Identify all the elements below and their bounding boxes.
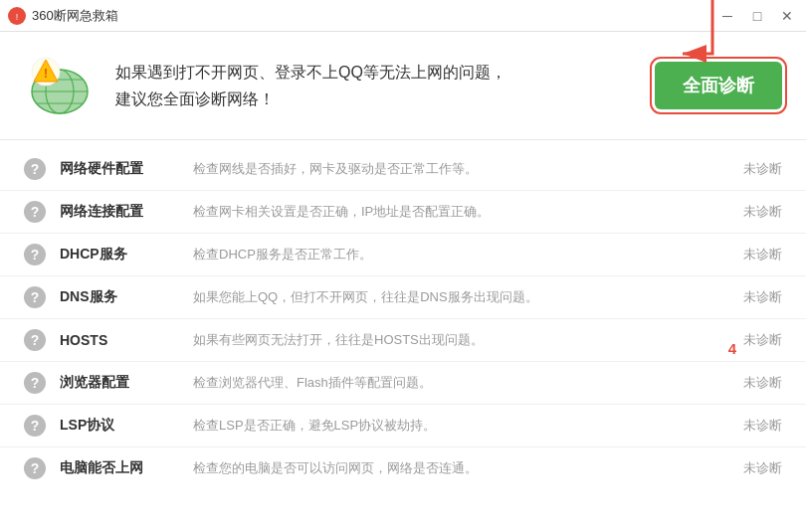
annotation-4: 4 [728,340,736,357]
item-status: 未诊断 [722,459,782,477]
item-desc: 检查网线是否插好，网卡及驱动是否正常工作等。 [193,160,708,178]
item-status-icon: ? [24,415,46,437]
item-desc: 检查您的电脑是否可以访问网页，网络是否连通。 [193,459,708,477]
list-item: ? 网络硬件配置 检查网线是否插好，网卡及驱动是否正常工作等。 未诊断 [0,148,806,191]
item-status-icon: ? [24,201,46,223]
item-status: 未诊断 [722,288,782,306]
item-name: DHCP服务 [60,246,179,264]
item-name: HOSTS [60,332,179,348]
svg-text:!: ! [44,67,48,81]
item-desc: 检查浏览器代理、Flash插件等配置问题。 [193,374,708,392]
header-text: 如果遇到打不开网页、登录不上QQ等无法上网的问题， 建议您全面诊断网络！ [115,59,506,112]
item-name: 浏览器配置 [60,374,179,392]
svg-text:!: ! [16,12,19,22]
list-item: ? DHCP服务 检查DHCP服务是否正常工作。 未诊断 [0,234,806,276]
diagnose-area: 全面诊断 [655,62,782,109]
item-name: 电脑能否上网 [60,459,179,477]
item-status: 未诊断 [722,417,782,435]
list-item: ? 浏览器配置 检查浏览器代理、Flash插件等配置问题。 未诊断 [0,362,806,405]
item-status: 未诊断 [722,374,782,392]
header-icon-wrap: ! [24,50,96,121]
item-status-icon: ? [24,457,46,479]
header-banner: ! 如果遇到打不开网页、登录不上QQ等无法上网的问题， 建议您全面诊断网络！ 全 [0,32,806,140]
app-icon: ! [8,7,26,25]
list-item: ? 网络连接配置 检查网卡相关设置是否正确，IP地址是否配置正确。 未诊断 [0,191,806,234]
main-content: ! 如果遇到打不开网页、登录不上QQ等无法上网的问题， 建议您全面诊断网络！ 全 [0,32,806,532]
item-status-icon: ? [24,372,46,394]
item-name: LSP协议 [60,417,179,435]
title-bar: ! 360断网急救箱 ─ □ ✕ [0,0,806,32]
item-status-icon: ? [24,158,46,180]
item-status: 未诊断 [722,160,782,178]
header-line1: 如果遇到打不开网页、登录不上QQ等无法上网的问题， [115,59,506,86]
item-desc: 检查LSP是否正确，避免LSP协议被劫持。 [193,417,708,435]
minimize-button[interactable]: ─ [716,5,738,27]
item-status-icon: ? [24,244,46,266]
hosts-list-item: ? HOSTS 如果有些网页无法打开，往往是HOSTS出现问题。 未诊断 4 [0,319,806,362]
item-desc: 如果您能上QQ，但打不开网页，往往是DNS服务出现问题。 [193,288,708,306]
diagnostics-list: ? 网络硬件配置 检查网线是否插好，网卡及驱动是否正常工作等。 未诊断 ? 网络… [0,140,806,532]
item-status: 未诊断 [722,246,782,264]
list-item: ? LSP协议 检查LSP是否正确，避免LSP协议被劫持。 未诊断 [0,405,806,447]
close-button[interactable]: ✕ [776,5,798,27]
full-diagnose-button[interactable]: 全面诊断 [655,62,782,109]
restore-button[interactable]: □ [746,5,768,27]
item-desc: 如果有些网页无法打开，往往是HOSTS出现问题。 [193,331,708,349]
item-name: 网络硬件配置 [60,160,179,178]
header-line2: 建议您全面诊断网络！ [115,86,506,112]
item-desc: 检查DHCP服务是否正常工作。 [193,246,708,264]
item-desc: 检查网卡相关设置是否正确，IP地址是否配置正确。 [193,203,708,221]
item-status-icon: ? [24,329,46,351]
item-name: 网络连接配置 [60,203,179,221]
window-controls: ─ □ ✕ [716,5,798,27]
item-status: 未诊断 [722,203,782,221]
item-status-icon: ? [24,286,46,308]
app-title: 360断网急救箱 [32,7,118,25]
network-icon: ! [24,50,96,121]
header-left: ! 如果遇到打不开网页、登录不上QQ等无法上网的问题， 建议您全面诊断网络！ [24,50,506,121]
item-name: DNS服务 [60,288,179,306]
list-item: ? 电脑能否上网 检查您的电脑是否可以访问网页，网络是否连通。 未诊断 [0,447,806,489]
list-item: ? DNS服务 如果您能上QQ，但打不开网页，往往是DNS服务出现问题。 未诊断 [0,276,806,319]
title-left: ! 360断网急救箱 [8,7,118,25]
